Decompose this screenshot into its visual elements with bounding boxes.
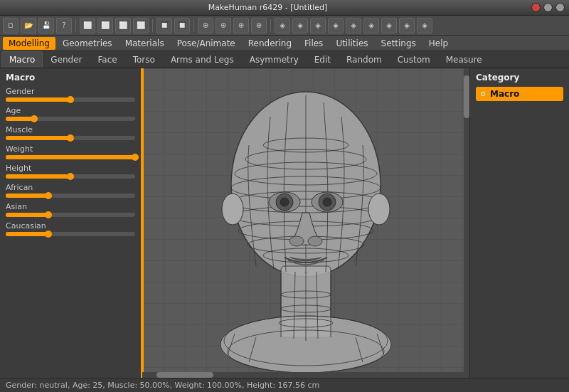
category-macro-label: Macro [490, 89, 519, 99]
slider-track-weight[interactable] [6, 155, 135, 159]
slider-track-caucasian[interactable] [6, 232, 135, 236]
category-title: Category [476, 73, 563, 83]
svg-point-20 [222, 194, 243, 225]
slider-thumb-height[interactable] [67, 173, 74, 180]
viewport-vertical-scrollbar[interactable] [464, 68, 469, 378]
toolbar: 🗋 📂 💾 ? ⬜ ⬜ ⬜ ⬜ 🔲 🔲 ⊕ ⊕ ⊕ ⊕ ◈ ◈ ◈ ◈ ◈ ◈ … [0, 16, 569, 36]
slider-label-muscle: Muscle [6, 125, 135, 134]
slider-thumb-african[interactable] [45, 192, 52, 199]
action2-icon[interactable]: ◈ [292, 18, 308, 33]
menubar: ModellingGeometriesMaterialsPose/Animate… [0, 36, 569, 51]
view-top-icon[interactable]: ⬜ [115, 18, 131, 33]
svg-point-17 [323, 198, 331, 206]
head-model [192, 74, 420, 373]
svg-point-16 [280, 198, 289, 206]
action8-icon[interactable]: ◈ [399, 18, 415, 33]
tab-random[interactable]: Random [339, 51, 390, 68]
tab-measure[interactable]: Measure [438, 51, 490, 68]
slider-label-weight: Weight [6, 144, 135, 154]
save-icon[interactable]: 💾 [38, 18, 54, 33]
viewport[interactable] [142, 68, 469, 378]
action1-icon[interactable]: ◈ [275, 18, 290, 33]
right-panel: Category Macro [469, 68, 569, 378]
menu-item-modelling[interactable]: Modelling [3, 37, 55, 50]
menu-item-settings[interactable]: Settings [376, 37, 422, 50]
slider-label-caucasian: Caucasian [6, 221, 135, 231]
slider-group-muscle: Muscle [6, 125, 135, 140]
category-radio [479, 90, 486, 97]
tab-face[interactable]: Face [90, 51, 125, 68]
render-icon[interactable]: 🔲 [156, 18, 172, 33]
new-icon[interactable]: 🗋 [3, 18, 18, 33]
viewport-scrollbar-bottom-thumb[interactable] [156, 372, 213, 378]
menu-item-rendering[interactable]: Rendering [243, 37, 297, 50]
slider-track-age[interactable] [6, 117, 135, 121]
menu-item-pose-animate[interactable]: Pose/Animate [171, 37, 241, 50]
menu-item-help[interactable]: Help [423, 37, 454, 50]
slider-thumb-gender[interactable] [67, 96, 74, 103]
tab-edit[interactable]: Edit [307, 51, 339, 68]
tabbar: MacroGenderFaceTorsoArms and LegsAsymmet… [0, 51, 569, 68]
view-persp-icon[interactable]: ⬜ [133, 18, 149, 33]
toolbar-sep-2 [152, 19, 153, 32]
slider-thumb-weight[interactable] [132, 154, 139, 161]
tab-custom[interactable]: Custom [390, 51, 438, 68]
close-button[interactable] [531, 3, 541, 12]
tab-torso[interactable]: Torso [125, 51, 163, 68]
slider-thumb-muscle[interactable] [67, 134, 74, 142]
maximize-button[interactable] [555, 3, 565, 12]
svg-point-19 [308, 236, 322, 246]
minimize-button[interactable] [543, 3, 553, 12]
slider-group-age: Age [6, 106, 135, 121]
tab-arms-and-legs[interactable]: Arms and Legs [163, 51, 242, 68]
viewport-left-border [142, 68, 144, 378]
help-icon[interactable]: ? [56, 18, 72, 33]
left-panel: Macro GenderAgeMuscleWeightHeightAfrican… [0, 68, 142, 378]
action9-icon[interactable]: ◈ [417, 18, 432, 33]
tool2-icon[interactable]: ⊕ [216, 18, 231, 33]
slider-track-height[interactable] [6, 174, 135, 179]
slider-fill-height [6, 174, 70, 179]
menu-item-materials[interactable]: Materials [119, 37, 170, 50]
viewport-scrollbar-thumb[interactable] [464, 75, 469, 118]
slider-fill-weight [6, 155, 135, 159]
action6-icon[interactable]: ◈ [363, 18, 379, 33]
main-layout: Macro GenderAgeMuscleWeightHeightAfrican… [0, 68, 569, 378]
tool1-icon[interactable]: ⊕ [198, 18, 213, 33]
titlebar-title: MakeHuman r6429 - [Untitled] [4, 3, 531, 12]
render2-icon[interactable]: 🔲 [174, 18, 190, 33]
tab-gender[interactable]: Gender [43, 51, 90, 68]
action3-icon[interactable]: ◈ [310, 18, 326, 33]
statusbar-text: Gender: neutral, Age: 25, Muscle: 50.00%… [6, 381, 319, 390]
viewport-horizontal-scrollbar[interactable] [142, 372, 469, 378]
slider-thumb-caucasian[interactable] [45, 231, 52, 238]
action7-icon[interactable]: ◈ [381, 18, 397, 33]
window-controls [531, 3, 565, 12]
open-icon[interactable]: 📂 [21, 18, 36, 33]
slider-thumb-age[interactable] [31, 115, 38, 122]
slider-track-muscle[interactable] [6, 136, 135, 140]
slider-fill-caucasian [6, 232, 48, 236]
svg-point-21 [368, 194, 390, 225]
tool3-icon[interactable]: ⊕ [233, 18, 249, 33]
action5-icon[interactable]: ◈ [346, 18, 361, 33]
slider-label-gender: Gender [6, 87, 135, 96]
category-macro-item[interactable]: Macro [476, 87, 563, 101]
tool4-icon[interactable]: ⊕ [251, 18, 267, 33]
slider-fill-age [6, 117, 34, 121]
view-front-icon[interactable]: ⬜ [80, 18, 95, 33]
action4-icon[interactable]: ◈ [328, 18, 344, 33]
menu-item-geometries[interactable]: Geometries [57, 37, 118, 50]
slider-track-african[interactable] [6, 194, 135, 198]
menu-item-utilities[interactable]: Utilities [330, 37, 373, 50]
view-side-icon[interactable]: ⬜ [97, 18, 113, 33]
tab-asymmetry[interactable]: Asymmetry [242, 51, 307, 68]
tab-macro[interactable]: Macro [1, 51, 43, 68]
menu-item-files[interactable]: Files [299, 37, 329, 50]
slider-thumb-asian[interactable] [45, 211, 52, 218]
toolbar-sep-3 [193, 19, 194, 32]
slider-fill-muscle [6, 136, 70, 140]
slider-track-gender[interactable] [6, 97, 135, 102]
slider-track-asian[interactable] [6, 213, 135, 217]
svg-point-18 [289, 236, 304, 246]
